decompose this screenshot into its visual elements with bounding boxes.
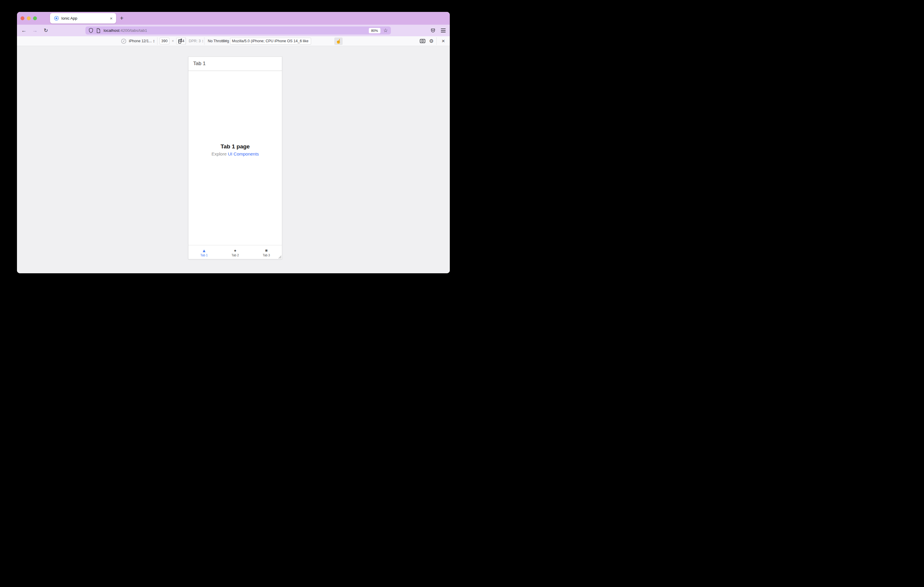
traffic-lights xyxy=(21,16,37,20)
reload-button[interactable]: ↻ xyxy=(41,25,50,36)
close-rdm-icon[interactable]: × xyxy=(439,36,447,46)
page-info-icon[interactable] xyxy=(96,28,101,33)
responsive-design-toolbar: iPhone 12/1... ▴▾ × DPR: 3 ▴▾ No Throttl… xyxy=(17,36,450,46)
tab-item-tab1[interactable]: ▲ Tab 1 xyxy=(188,245,220,259)
ionic-logo-icon xyxy=(54,16,59,21)
tab-close-icon[interactable]: × xyxy=(109,16,113,21)
rotate-viewport-icon[interactable] xyxy=(177,36,183,46)
shield-permissions-icon[interactable] xyxy=(88,28,94,33)
user-agent-input[interactable] xyxy=(230,38,311,44)
bookmark-star-icon[interactable]: ☆ xyxy=(383,28,388,33)
url-bar[interactable]: localhost:4200/tabs/tab1 80% ☆ xyxy=(86,26,391,35)
viewport-resize-handle[interactable] xyxy=(277,255,282,259)
app-header: Tab 1 xyxy=(188,57,282,71)
square-icon: ■ xyxy=(265,248,267,253)
circle-icon: ● xyxy=(234,248,236,253)
tab-item-label: Tab 1 xyxy=(200,254,208,257)
app-tabbar: ▲ Tab 1 ● Tab 2 ■ Tab 3 xyxy=(188,245,282,259)
pocket-icon[interactable] xyxy=(429,25,437,36)
browser-window: Ionic App × + ← → ↻ localhost:4200/tabs/… xyxy=(17,12,450,273)
dpr-label: DPR: 3 xyxy=(189,39,201,43)
triangle-icon: ▲ xyxy=(202,248,206,253)
back-button[interactable]: ← xyxy=(19,25,28,36)
page-subtitle: Explore UI Components xyxy=(211,151,259,156)
settings-gear-icon[interactable]: ⚙ xyxy=(427,36,436,46)
forward-button: → xyxy=(30,25,39,36)
minimize-window-button[interactable] xyxy=(27,16,31,20)
device-viewport: Tab 1 Tab 1 page Explore UI Components ▲… xyxy=(188,56,282,259)
app-main-content: Tab 1 page Explore UI Components xyxy=(188,71,282,245)
tab-item-tab2[interactable]: ● Tab 2 xyxy=(220,245,251,259)
zoom-level-badge[interactable]: 80% xyxy=(369,28,380,33)
ui-components-link[interactable]: UI Components xyxy=(228,151,259,156)
browser-navbar: ← → ↻ localhost:4200/tabs/tab1 80% ☆ xyxy=(17,25,450,36)
window-titlebar: Ionic App × + xyxy=(17,12,450,25)
browser-tab-ionic-app[interactable]: Ionic App × xyxy=(50,13,116,23)
url-path: :4200/tabs/tab1 xyxy=(119,28,147,33)
new-tab-button[interactable]: + xyxy=(117,14,126,22)
dimensions-times-label: × xyxy=(172,39,174,43)
touch-simulation-toggle[interactable]: ☝ xyxy=(334,38,343,45)
tab-title: Ionic App xyxy=(61,16,109,21)
ua-label: UA: xyxy=(223,36,229,46)
dpr-selector: DPR: 3 ▴▾ xyxy=(189,36,203,46)
viewport-width-input[interactable] xyxy=(160,38,169,44)
screenshot-camera-icon[interactable] xyxy=(418,36,427,46)
rdm-content-area: Tab 1 Tab 1 page Explore UI Components ▲… xyxy=(17,46,450,273)
hamburger-menu-icon[interactable] xyxy=(439,25,447,36)
device-selector[interactable]: iPhone 12/1... ▴▾ xyxy=(129,36,154,46)
device-selector-chevrons: ▴▾ xyxy=(153,39,154,43)
tab-item-label: Tab 3 xyxy=(262,254,270,257)
close-window-button[interactable] xyxy=(21,16,25,20)
device-status-icon xyxy=(121,36,127,46)
url-text[interactable]: localhost:4200/tabs/tab1 xyxy=(104,28,369,33)
url-host: localhost xyxy=(104,28,119,33)
app-header-title: Tab 1 xyxy=(193,61,206,67)
page-title: Tab 1 page xyxy=(221,143,250,150)
tab-item-label: Tab 2 xyxy=(232,254,239,257)
device-selector-label: iPhone 12/1... xyxy=(129,39,152,43)
maximize-window-button[interactable] xyxy=(33,16,37,20)
explore-text: Explore xyxy=(211,151,228,156)
